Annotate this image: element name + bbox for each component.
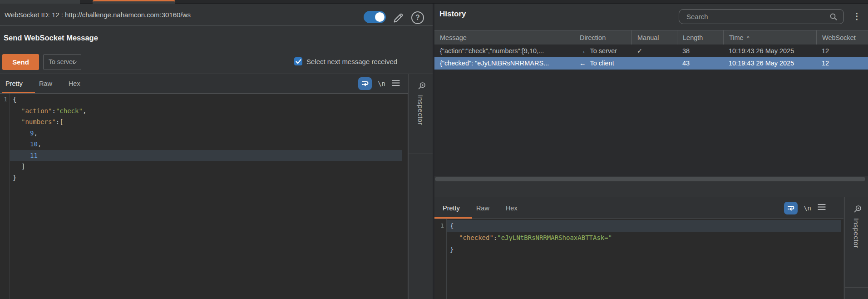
column-label: Direction bbox=[580, 34, 606, 41]
background-tab[interactable] bbox=[0, 0, 80, 4]
inspector-label: Inspector bbox=[853, 218, 860, 248]
code-line: } bbox=[10, 172, 402, 184]
history-title: History bbox=[439, 10, 466, 19]
viewer-active-tab-underline bbox=[434, 217, 472, 219]
burp-websocket-window: WebSocket ID: 12 : http://challenge.naha… bbox=[0, 0, 868, 299]
word-wrap-icon bbox=[787, 204, 795, 212]
active-tab[interactable] bbox=[93, 0, 175, 4]
code-line-caret: { bbox=[447, 220, 841, 232]
column-label: Message bbox=[440, 34, 467, 41]
send-message-editor[interactable]: 1 {"action":"check","numbers":[9,10,11]} bbox=[0, 94, 408, 299]
word-wrap-button[interactable] bbox=[358, 77, 372, 90]
select-next-checkbox[interactable] bbox=[294, 57, 302, 65]
history-row[interactable]: {"action":"check","numbers":[9,10,...→To… bbox=[434, 45, 868, 57]
inspector-tab-right[interactable]: Inspector bbox=[845, 197, 868, 288]
tab-hex[interactable]: Hex bbox=[69, 80, 80, 87]
column-header-manual[interactable]: Manual bbox=[631, 30, 677, 45]
cell-message: {"checked": "eJyLNtBRsNRRMARS... bbox=[434, 57, 574, 70]
token-p: , bbox=[34, 130, 37, 137]
websocket-id-header: WebSocket ID: 12 : http://challenge.naha… bbox=[0, 4, 433, 26]
edit-pencil-icon[interactable] bbox=[392, 12, 404, 26]
token-p: , bbox=[83, 107, 86, 115]
line-number-gutter: 1 bbox=[0, 94, 10, 299]
history-hscrollbar bbox=[434, 176, 868, 182]
inspector-sidebar-left: Inspector bbox=[408, 74, 433, 299]
toggle-knob bbox=[375, 12, 385, 22]
inspector-label: Inspector bbox=[417, 95, 424, 125]
inspector-sidebar-right: Inspector bbox=[844, 197, 868, 299]
message-editor-tabbar: PrettyRawHex \n bbox=[0, 74, 408, 94]
column-header-message[interactable]: Message bbox=[434, 30, 574, 45]
json-code[interactable]: {"checked":"eJyLNtBRsNRRMARShoaxABTTAsk=… bbox=[447, 220, 841, 255]
column-header-time[interactable]: Time^ bbox=[723, 30, 816, 45]
column-label: WebSocket bbox=[822, 34, 856, 41]
token-p: { bbox=[13, 96, 16, 103]
column-label: Manual bbox=[637, 34, 659, 41]
chevron-down-icon bbox=[72, 61, 77, 65]
column-header-length[interactable]: Length bbox=[677, 30, 723, 45]
viewer-tabs: PrettyRawHex bbox=[434, 197, 518, 219]
direction-select[interactable]: To server bbox=[43, 54, 81, 70]
cell-time: 10:19:43 26 May 2025 bbox=[723, 45, 816, 57]
tab-raw[interactable]: Raw bbox=[476, 204, 489, 212]
code-line: 9, bbox=[10, 128, 402, 139]
history-menu-icon[interactable]: ⋮ bbox=[853, 8, 860, 25]
inspector-tab-left[interactable]: Inspector bbox=[409, 74, 433, 154]
history-table-header: MessageDirectionManualLengthTime^WebSock… bbox=[434, 30, 868, 45]
line-number-gutter: 1 bbox=[434, 219, 447, 299]
section-title: Send WebSocket Message bbox=[4, 34, 98, 42]
token-n: 10 bbox=[30, 140, 38, 148]
code-line: ] bbox=[10, 161, 402, 172]
token-p: ] bbox=[21, 163, 25, 170]
code-line: "numbers":[ bbox=[10, 116, 402, 128]
json-code[interactable]: {"action":"check","numbers":[9,10,11]} bbox=[10, 94, 402, 183]
intercept-toggle[interactable] bbox=[364, 11, 386, 23]
token-p: [ bbox=[59, 118, 63, 125]
editor-tabs: PrettyRawHex bbox=[0, 74, 80, 93]
search-icon bbox=[829, 13, 838, 21]
cell-length: 38 bbox=[677, 45, 723, 57]
viewer-menu-button[interactable] bbox=[817, 204, 826, 212]
token-k: "checked" bbox=[459, 234, 493, 241]
viewer-show-newlines-button[interactable]: \n bbox=[804, 204, 811, 212]
viewer-tabbar: PrettyRawHex \n bbox=[434, 197, 843, 219]
viewer-word-wrap-button[interactable] bbox=[784, 202, 798, 214]
tab-raw[interactable]: Raw bbox=[39, 80, 52, 87]
send-button[interactable]: Send bbox=[2, 54, 39, 70]
show-newlines-button[interactable]: \n bbox=[378, 80, 385, 87]
check-icon bbox=[296, 59, 301, 64]
column-header-direction[interactable]: Direction bbox=[574, 30, 631, 45]
column-header-websocket[interactable]: WebSocket bbox=[816, 30, 868, 45]
code-line: 10, bbox=[10, 139, 402, 150]
token-p: } bbox=[13, 174, 16, 181]
send-message-section: Send WebSocket Message Send To server Se… bbox=[0, 26, 433, 74]
active-tab-underline bbox=[2, 92, 35, 93]
token-p: : bbox=[52, 107, 55, 115]
tab-pretty[interactable]: Pretty bbox=[443, 204, 460, 212]
direction-select-value: To server bbox=[49, 58, 75, 65]
arrow-right-icon: → bbox=[579, 47, 586, 55]
token-p: { bbox=[450, 222, 454, 229]
hscrollbar-thumb[interactable] bbox=[435, 177, 865, 181]
editor-menu-button[interactable] bbox=[391, 80, 400, 88]
token-k: "numbers" bbox=[21, 118, 56, 125]
token-s: "eJyLNtBRsNRRMARShoaxABTTAsk=" bbox=[497, 234, 612, 241]
websocket-id-title: WebSocket ID: 12 : http://challenge.naha… bbox=[5, 4, 191, 26]
help-icon[interactable]: ? bbox=[411, 11, 424, 24]
search-input[interactable] bbox=[686, 10, 827, 24]
message-viewer: PrettyRawHex \n 1 {"checked":"eJyLNtBRsN… bbox=[434, 197, 868, 299]
code-line: { bbox=[10, 94, 402, 105]
tab-hex[interactable]: Hex bbox=[506, 204, 518, 212]
token-p: } bbox=[450, 246, 454, 253]
code-line-caret: 11 bbox=[10, 150, 402, 161]
cell-message: {"action":"check","numbers":[9,10,... bbox=[434, 45, 574, 57]
history-panel: History ⋮ MessageDirectionManualLengthTi… bbox=[434, 4, 868, 299]
cell-manual: ✓ bbox=[631, 45, 677, 57]
received-message-editor[interactable]: 1 {"checked":"eJyLNtBRsNRRMARShoaxABTTAs… bbox=[434, 219, 843, 299]
hamburger-icon bbox=[391, 80, 400, 86]
tab-pretty[interactable]: Pretty bbox=[5, 80, 23, 87]
cell-direction: ←To client bbox=[574, 57, 631, 70]
history-row[interactable]: {"checked": "eJyLNtBRsNRRMARS...←To clie… bbox=[434, 57, 868, 70]
code-line: "checked":"eJyLNtBRsNRRMARShoaxABTTAsk=" bbox=[447, 232, 841, 244]
history-table-body: {"action":"check","numbers":[9,10,...→To… bbox=[434, 45, 868, 176]
